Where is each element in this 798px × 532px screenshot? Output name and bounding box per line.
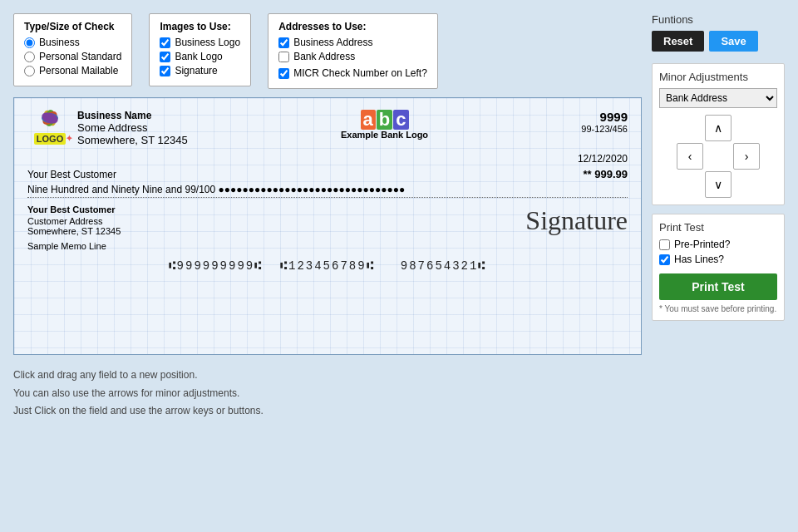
images-title: Images to Use: — [160, 21, 240, 32]
signature-text: Signature — [525, 205, 628, 235]
check-date-area: 12/12/2020 — [27, 153, 628, 165]
payee-name: Your Best Customer — [27, 169, 116, 180]
arrow-up-button[interactable]: ∧ — [705, 115, 732, 141]
check-preview: LOGO ✦ Business Name Some Address Somewh… — [13, 97, 642, 355]
has-lines-text: Has Lines? — [674, 254, 724, 265]
pre-printed-text: Pre-Printed? — [674, 239, 730, 250]
check-signature-input[interactable] — [160, 66, 170, 76]
radio-personal-standard-input[interactable] — [24, 52, 35, 62]
check-bank-logo-label: Bank Logo — [175, 51, 222, 62]
payee-city: Somewhere, ST 12345 — [27, 226, 121, 236]
has-lines-label[interactable]: Has Lines? — [659, 254, 777, 265]
micr-text: ⑆999999999⑆ ⑆123456789⑆ 987654321⑆ — [169, 259, 487, 273]
print-test-button[interactable]: Print Test — [659, 273, 777, 300]
svg-text:LOGO: LOGO — [37, 134, 64, 144]
check-number-area: 9999 99-123/456 — [581, 110, 628, 134]
functions-title: Funtions — [652, 13, 785, 26]
abc-b: b — [377, 110, 392, 130]
check-micr[interactable]: MICR Check Number on Left? — [278, 67, 427, 79]
top-controls: Type/Size of Check Business Personal Sta… — [13, 13, 642, 89]
check-business-address-label: Business Address — [293, 37, 372, 48]
business-logo-graphic: LOGO ✦ — [27, 110, 72, 146]
check-business-logo-input[interactable] — [160, 37, 170, 48]
check-payee-row: Your Best Customer ** 999.99 — [27, 168, 628, 180]
abc-logo: abc — [341, 110, 428, 130]
save-button[interactable]: Save — [709, 31, 757, 52]
reset-button[interactable]: Reset — [652, 31, 704, 52]
check-bottom-row: Your Best Customer Customer Address Some… — [27, 204, 628, 236]
radio-business-label: Business — [39, 37, 80, 48]
check-micr-input[interactable] — [278, 68, 289, 79]
signature-area: Signature — [525, 205, 628, 236]
has-lines-checkbox[interactable] — [659, 254, 670, 265]
pre-printed-checkbox[interactable] — [659, 239, 670, 250]
check-micr-label: MICR Check Number on Left? — [293, 67, 427, 79]
radio-personal-standard-label: Personal Standard — [39, 51, 121, 62]
payee-address: Customer Address — [27, 216, 121, 226]
check-bank-logo-input[interactable] — [160, 52, 170, 62]
arrow-down-button[interactable]: ∨ — [705, 171, 732, 198]
check-date: 12/12/2020 — [578, 153, 628, 165]
routing-fraction: 99-123/456 — [581, 124, 628, 134]
radio-business[interactable]: Business — [24, 37, 121, 48]
memo-line: Sample Memo Line — [27, 241, 628, 251]
business-address: Some Address — [77, 121, 188, 134]
check-bank-address-input[interactable] — [278, 52, 289, 62]
check-logo-area: LOGO ✦ Business Name Some Address Somewh… — [27, 110, 188, 146]
addresses-title: Addresses to Use: — [278, 21, 427, 32]
abc-c: c — [393, 110, 408, 130]
check-signature[interactable]: Signature — [160, 65, 240, 76]
btn-row: Reset Save — [652, 31, 785, 52]
check-business-logo[interactable]: Business Logo — [160, 37, 240, 48]
arrow-right-button[interactable]: › — [733, 143, 760, 170]
business-city: Somewhere, ST 12345 — [77, 134, 188, 146]
payee-name-bold: Your Best Customer — [27, 204, 121, 214]
check-top-row: LOGO ✦ Business Name Some Address Somewh… — [27, 110, 628, 146]
written-amount: Nine Hundred and Ninety Nine and 99/100 … — [27, 184, 628, 198]
print-test-title: Print Test — [659, 221, 777, 234]
radio-personal-mailable[interactable]: Personal Mailable — [24, 65, 121, 76]
minor-adjustments-title: Minor Adjustments — [659, 71, 777, 83]
check-business-address[interactable]: Business Address — [278, 37, 427, 48]
bank-logo-area: abc Example Bank Logo — [341, 110, 428, 140]
right-panel: Funtions Reset Save Minor Adjustments Ba… — [652, 13, 785, 519]
radio-personal-mailable-input[interactable] — [24, 66, 35, 76]
radio-business-input[interactable] — [24, 37, 35, 48]
pre-printed-label[interactable]: Pre-Printed? — [659, 239, 777, 250]
bank-logo-label: Example Bank Logo — [341, 130, 428, 140]
check-bank-address[interactable]: Bank Address — [278, 51, 427, 62]
arrow-empty-center — [705, 143, 732, 170]
instruction-3: Just Click on the field and use the arro… — [13, 402, 642, 421]
arrow-left-button[interactable]: ‹ — [677, 143, 703, 170]
business-name: Business Name — [77, 110, 188, 121]
radio-personal-mailable-label: Personal Mailable — [39, 65, 118, 76]
business-info: Business Name Some Address Somewhere, ST… — [77, 110, 188, 146]
minor-adjustments-dropdown[interactable]: Bank Address Business Address Check Numb… — [659, 88, 777, 108]
check-payee-address-block: Your Best Customer Customer Address Some… — [27, 204, 121, 236]
svg-text:✦: ✦ — [66, 134, 72, 143]
instruction-2: You can also use the arrows for minor ad… — [13, 385, 642, 403]
check-business-address-input[interactable] — [278, 37, 289, 48]
micr-line: ⑆999999999⑆ ⑆123456789⑆ 987654321⑆ — [27, 259, 628, 273]
type-size-title: Type/Size of Check — [24, 21, 121, 32]
check-bank-logo[interactable]: Bank Logo — [160, 51, 240, 62]
arrow-empty-br — [733, 171, 760, 198]
check-bank-address-label: Bank Address — [293, 51, 355, 62]
arrow-grid: ∧ ‹ › ∨ — [659, 115, 777, 198]
check-number: 9999 — [581, 110, 628, 124]
arrow-empty-tl — [677, 115, 703, 141]
images-group: Images to Use: Business Logo Bank Logo S… — [149, 13, 251, 86]
radio-personal-standard[interactable]: Personal Standard — [24, 51, 121, 62]
functions-section: Funtions Reset Save — [652, 13, 785, 55]
minor-adjustments-section: Minor Adjustments Bank Address Business … — [652, 63, 785, 205]
print-note: * You must save before printing. — [659, 304, 777, 313]
type-size-group: Type/Size of Check Business Personal Sta… — [13, 13, 132, 86]
print-test-section: Print Test Pre-Printed? Has Lines? Print… — [652, 214, 785, 321]
left-panel: Type/Size of Check Business Personal Sta… — [13, 13, 642, 519]
addresses-group: Addresses to Use: Business Address Bank … — [268, 13, 438, 89]
abc-a: a — [361, 110, 376, 130]
check-signature-label: Signature — [175, 65, 217, 76]
instruction-1: Click and drag any field to a new positi… — [13, 367, 642, 385]
check-amount: ** 999.99 — [584, 168, 628, 180]
arrow-empty-bl — [677, 171, 703, 198]
